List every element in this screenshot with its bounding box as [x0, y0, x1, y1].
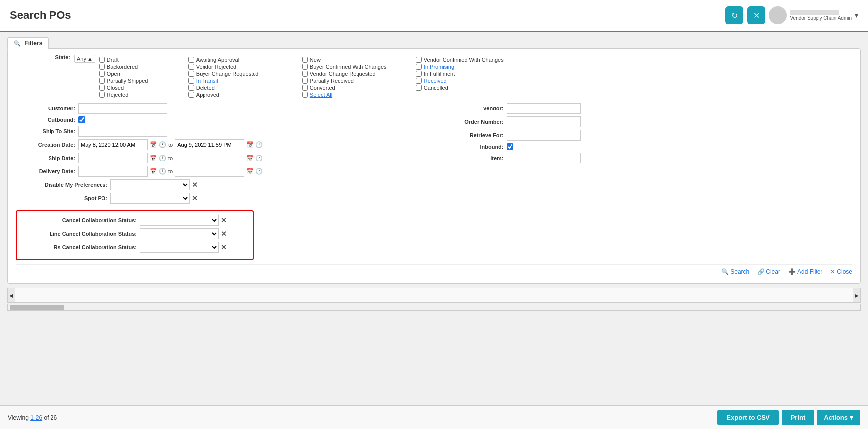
select-all-link[interactable]: Select All [310, 92, 332, 98]
ship-date-label: Ship Date: [16, 155, 75, 161]
checkbox-in-transit-input[interactable] [188, 78, 194, 84]
delivery-date-from-cal-icon[interactable]: 📅 [150, 168, 157, 175]
creation-date-from-time-icon[interactable]: 🕐 [159, 141, 166, 148]
clear-link[interactable]: 🔗 Clear [757, 268, 780, 275]
outbound-checkbox[interactable] [78, 116, 85, 123]
creation-date-from-cal-icon[interactable]: 📅 [150, 141, 157, 148]
checkbox-rejected-input[interactable] [99, 92, 105, 98]
checkbox-open-label: Open [107, 71, 120, 77]
checkbox-vendor-change-requested-input[interactable] [302, 71, 308, 77]
close-link[interactable]: ✕ Close [830, 268, 852, 275]
checkbox-in-promising-input[interactable] [416, 64, 422, 70]
checkbox-backordered-input[interactable] [99, 64, 105, 70]
close-window-button[interactable]: ✕ [747, 6, 765, 24]
filters-tab[interactable]: 🔍 Filters [7, 37, 49, 49]
main-content: 🔍 Filters State: Any ▲ Draft Backordered [0, 32, 868, 429]
viewing-range-link[interactable]: 1-26 [30, 414, 42, 421]
checkbox-buyer-confirmed-changes: Buyer Confirmed With Changes [302, 63, 416, 70]
ship-date-to-cal-icon[interactable]: 📅 [246, 155, 254, 161]
checkbox-converted-input[interactable] [302, 85, 308, 91]
vendor-input[interactable] [507, 103, 581, 114]
actions-button[interactable]: Actions ▾ [817, 410, 860, 425]
checkbox-cancelled-input[interactable] [416, 85, 422, 91]
creation-date-to-cal-icon[interactable]: 📅 [246, 141, 254, 148]
checkbox-col-0: Draft Backordered Open Partially Shipped… [99, 56, 188, 98]
print-button[interactable]: Print [782, 410, 815, 425]
inbound-checkbox[interactable] [507, 143, 513, 150]
ship-date-from-input[interactable] [78, 153, 148, 163]
checkbox-buyer-confirmed-changes-input[interactable] [302, 64, 308, 70]
checkbox-new: New [302, 56, 416, 63]
table-header-row [15, 288, 853, 302]
refresh-button[interactable]: ↻ [725, 6, 743, 24]
user-menu[interactable]: Vendor Supply Chain Admin ▾ [769, 6, 858, 24]
state-any-selector[interactable]: Any ▲ [74, 55, 95, 63]
scroll-left-arrow[interactable]: ◀ [8, 288, 15, 302]
actions-label: Actions [824, 414, 848, 421]
cancel-collab-dropdown-row: ✕ [140, 215, 227, 226]
checkbox-approved-input[interactable] [188, 92, 194, 98]
export-csv-button[interactable]: Export to CSV [717, 410, 778, 425]
rs-cancel-select[interactable] [140, 242, 219, 253]
ship-date-to-input[interactable] [175, 153, 244, 163]
line-cancel-select[interactable] [140, 228, 219, 239]
checkbox-partially-received-input[interactable] [302, 78, 308, 84]
checkbox-awaiting-approval-input[interactable] [188, 57, 194, 63]
item-input[interactable] [507, 153, 581, 163]
user-dropdown-arrow[interactable]: ▾ [855, 11, 858, 19]
line-cancel-clear[interactable]: ✕ [221, 230, 227, 238]
spot-po-select[interactable] [110, 193, 190, 204]
retrieve-for-input[interactable] [507, 130, 581, 141]
state-label: State: [16, 54, 70, 60]
checkbox-partially-shipped-input[interactable] [99, 78, 105, 84]
order-number-input[interactable] [507, 116, 581, 127]
spot-po-row: Spot PO: ✕ [16, 193, 424, 204]
scroll-thumb[interactable] [10, 305, 64, 310]
rs-cancel-clear[interactable]: ✕ [221, 243, 227, 251]
outbound-checkbox-row [78, 116, 85, 123]
disable-prefs-clear[interactable]: ✕ [192, 181, 198, 189]
checkbox-draft-input[interactable] [99, 57, 105, 63]
delivery-date-from-input[interactable] [78, 166, 148, 177]
delivery-date-to-cal-icon[interactable]: 📅 [246, 168, 254, 175]
scroll-right-arrow[interactable]: ▶ [853, 288, 860, 302]
delivery-date-to-time-icon[interactable]: 🕐 [255, 168, 263, 175]
ship-date-from-time-icon[interactable]: 🕐 [159, 155, 166, 161]
delivery-date-to-input[interactable] [175, 166, 244, 177]
cancel-collab-select[interactable] [140, 215, 219, 226]
checkbox-closed-input[interactable] [99, 85, 105, 91]
checkbox-rejected-label: Rejected [107, 92, 128, 98]
avatar [769, 6, 787, 24]
retrieve-for-label: Retrieve For: [444, 132, 504, 138]
horizontal-scrollbar[interactable] [7, 304, 861, 311]
state-any-arrow[interactable]: ▲ [87, 56, 93, 62]
checkbox-vendor-confirmed-changes: Vendor Confirmed With Changes [416, 56, 545, 63]
creation-date-to-input[interactable] [175, 139, 244, 150]
creation-date-from-input[interactable] [78, 139, 148, 150]
checkbox-in-fulfillment-input[interactable] [416, 71, 422, 77]
ship-date-from-cal-icon[interactable]: 📅 [150, 155, 157, 161]
ship-date-to-time-icon[interactable]: 🕐 [255, 155, 263, 161]
disable-prefs-dropdown-row: ✕ [110, 179, 198, 190]
checkbox-vendor-rejected-input[interactable] [188, 64, 194, 70]
customer-input[interactable] [78, 103, 167, 114]
creation-date-to-time-icon[interactable]: 🕐 [255, 141, 263, 148]
cancel-collab-clear[interactable]: ✕ [221, 216, 227, 224]
close-icon: ✕ [753, 11, 760, 20]
disable-prefs-select[interactable] [110, 179, 190, 190]
checkbox-select-all-input[interactable] [302, 92, 308, 98]
spot-po-clear[interactable]: ✕ [192, 194, 198, 202]
checkbox-buyer-change-requested: Buyer Change Requested [188, 70, 302, 77]
search-link[interactable]: 🔍 Search [721, 268, 749, 275]
checkbox-buyer-change-requested-input[interactable] [188, 71, 194, 77]
checkbox-new-input[interactable] [302, 57, 308, 63]
add-filter-link[interactable]: ➕ Add Filter [788, 268, 822, 275]
checkbox-col-2: New Buyer Confirmed With Changes Vendor … [302, 56, 416, 98]
ship-to-site-input[interactable] [78, 126, 167, 137]
inbound-label: Inbound: [444, 144, 504, 150]
checkbox-deleted-input[interactable] [188, 85, 194, 91]
delivery-date-from-time-icon[interactable]: 🕐 [159, 168, 166, 175]
checkbox-vendor-confirmed-changes-input[interactable] [416, 57, 422, 63]
checkbox-received-input[interactable] [416, 78, 422, 84]
checkbox-open-input[interactable] [99, 71, 105, 77]
